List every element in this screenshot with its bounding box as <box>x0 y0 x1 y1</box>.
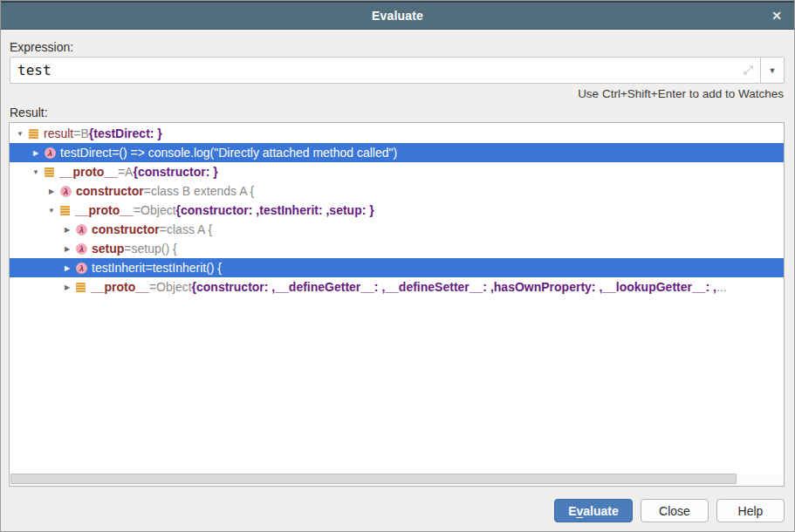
lambda-function-icon: λ <box>60 186 72 197</box>
chevron-collapsed-icon[interactable]: ▶ <box>62 283 72 291</box>
equals-sign: = <box>144 184 151 198</box>
node-preview: {testDirect: } <box>89 126 162 140</box>
node-name: setup <box>92 242 124 256</box>
node-value: Object <box>140 203 175 217</box>
expression-input[interactable] <box>10 58 737 83</box>
result-tree-rows: ▼result = B {testDirect: }▶λtestDirect =… <box>10 124 784 297</box>
equals-sign: = <box>145 261 152 275</box>
chevron-collapsed-icon[interactable]: ▶ <box>62 245 72 253</box>
node-value: class B extends A { <box>151 184 254 198</box>
tree-row[interactable]: ▶λconstructor = class B extends A { <box>10 181 784 201</box>
equals-sign: = <box>160 222 167 236</box>
tree-row[interactable]: ▶λconstructor = class A { <box>10 220 784 239</box>
result-label: Result: <box>10 106 48 119</box>
equals-sign: = <box>124 242 131 256</box>
evaluate-dialog: Evaluate ✕ Expression: ⤢ ▼ Use Ctrl+Shif… <box>0 0 795 532</box>
dialog-buttons: Evaluate Close Help <box>554 499 785 522</box>
help-button[interactable]: Help <box>716 499 785 522</box>
expand-editor-icon[interactable]: ⤢ <box>737 63 760 78</box>
node-name: constructor <box>76 184 144 198</box>
node-name: testDirect <box>60 146 112 160</box>
node-preview: {constructor: } <box>133 165 217 179</box>
title-bar: Evaluate ✕ <box>1 1 794 30</box>
equals-sign: = <box>73 126 80 140</box>
tree-row[interactable]: ▶λsetup = setup() { <box>10 239 784 258</box>
node-value: setup() { <box>132 242 177 256</box>
object-icon <box>29 129 38 139</box>
chevron-collapsed-icon[interactable]: ▶ <box>62 264 72 272</box>
chevron-expanded-icon[interactable]: ▼ <box>15 130 25 138</box>
chevron-expanded-icon[interactable]: ▼ <box>46 207 57 215</box>
dialog-title: Evaluate <box>372 9 423 23</box>
tree-row[interactable]: ▶__proto__ = Object {constructor: ,__def… <box>10 277 784 297</box>
lambda-function-icon: λ <box>45 147 56 159</box>
result-tree: ▼result = B {testDirect: }▶λtestDirect =… <box>9 122 785 487</box>
tree-row[interactable]: ▼__proto__ = A {constructor: } <box>10 162 784 181</box>
chevron-collapsed-icon[interactable]: ▶ <box>46 188 57 195</box>
equals-sign: = <box>112 146 119 160</box>
watches-hint: Use Ctrl+Shift+Enter to add to Watches <box>578 87 784 100</box>
node-name: __proto__ <box>75 203 134 217</box>
equals-sign: = <box>134 203 140 217</box>
node-preview: {constructor: ,testInherit: ,setup: } <box>176 203 374 217</box>
object-icon <box>76 283 86 292</box>
close-button[interactable]: Close <box>641 499 709 522</box>
chevron-down-icon: ▼ <box>769 66 777 75</box>
expression-label: Expression: <box>10 40 73 54</box>
node-name: testInherit <box>92 261 145 275</box>
node-name: result <box>44 126 73 140</box>
horizontal-scrollbar[interactable] <box>10 474 783 485</box>
tree-row[interactable]: ▼result = B {testDirect: } <box>10 124 784 143</box>
node-name: __proto__ <box>91 280 149 294</box>
lambda-function-icon: λ <box>76 243 87 255</box>
chevron-collapsed-icon[interactable]: ▶ <box>62 226 72 234</box>
node-ellipsis: ... <box>716 280 727 294</box>
object-icon <box>60 206 70 215</box>
equals-sign: = <box>118 165 125 179</box>
node-value: B <box>80 126 88 140</box>
expression-field: ⤢ ▼ <box>10 57 785 84</box>
chevron-expanded-icon[interactable]: ▼ <box>31 168 41 176</box>
node-name: constructor <box>92 222 160 236</box>
node-value: () => console.log("Directly attached met… <box>119 146 397 160</box>
close-icon[interactable]: ✕ <box>771 10 782 22</box>
node-value: testInherit() { <box>153 261 222 275</box>
lambda-function-icon: λ <box>76 224 87 235</box>
node-value: Object <box>156 280 191 294</box>
tree-row[interactable]: ▶λtestDirect = () => console.log("Direct… <box>10 143 784 162</box>
evaluate-button[interactable]: Evaluate <box>554 499 633 522</box>
node-value: A <box>125 165 133 179</box>
tree-row[interactable]: ▼__proto__ = Object {constructor: ,testI… <box>10 201 784 220</box>
lambda-function-icon: λ <box>76 263 87 274</box>
history-dropdown-button[interactable]: ▼ <box>761 58 784 83</box>
node-name: __proto__ <box>59 165 118 179</box>
chevron-collapsed-icon[interactable]: ▶ <box>31 149 41 157</box>
equals-sign: = <box>149 280 156 294</box>
scrollbar-thumb[interactable] <box>10 474 737 484</box>
node-value: class A { <box>167 222 212 236</box>
object-icon <box>45 167 54 177</box>
node-preview: {constructor: ,__defineGetter__: ,__defi… <box>192 280 716 294</box>
tree-row[interactable]: ▶λtestInherit = testInherit() { <box>10 258 784 277</box>
